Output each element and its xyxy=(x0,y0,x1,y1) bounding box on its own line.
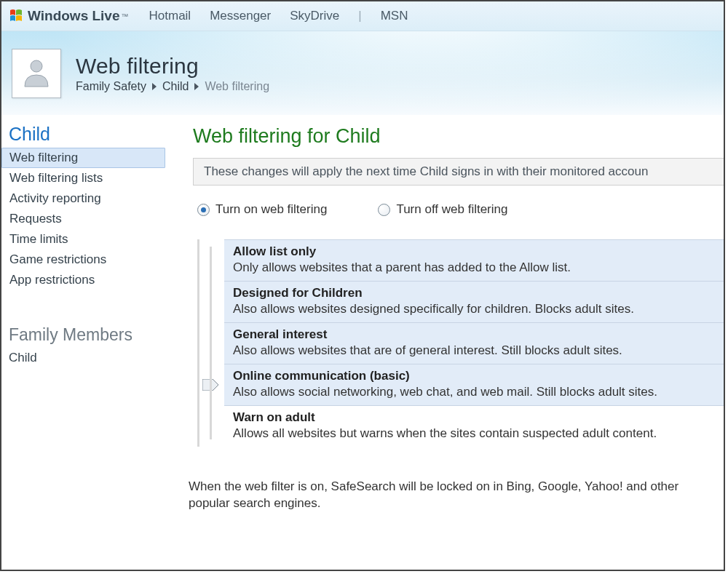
nav-separator: | xyxy=(358,9,361,23)
filter-toggle-group: Turn on web filtering Turn off web filte… xyxy=(197,202,724,218)
radio-turn-off[interactable]: Turn off web filtering xyxy=(378,202,507,218)
filter-level-option[interactable]: Allow list onlyOnly allows websites that… xyxy=(224,239,724,281)
body: Child Web filtering Web filtering lists … xyxy=(1,115,724,570)
radio-label: Turn on web filtering xyxy=(215,202,327,218)
sidebar-item-label: Activity reporting xyxy=(9,191,101,205)
filter-level-option[interactable]: Designed for ChildrenAlso allows website… xyxy=(224,281,724,322)
brand-label[interactable]: Windows Live xyxy=(28,8,120,24)
radio-icon xyxy=(378,204,390,216)
sidebar-item-label: App restrictions xyxy=(9,273,95,287)
breadcrumb: Family Safety Child Web filtering xyxy=(76,80,269,93)
filter-level-title: General interest xyxy=(233,327,715,342)
radio-icon xyxy=(197,204,210,216)
nav-link-skydrive[interactable]: SkyDrive xyxy=(290,9,339,23)
crumb-family-safety[interactable]: Family Safety xyxy=(76,80,146,93)
page-header: Web filtering Family Safety Child Web fi… xyxy=(1,31,724,115)
svg-marker-1 xyxy=(202,379,218,391)
filter-level-title: Online communication (basic) xyxy=(233,369,715,383)
notice-box: These changes will apply the next time C… xyxy=(193,158,724,186)
app-window: Windows Live ™ Hotmail Messenger SkyDriv… xyxy=(0,0,725,571)
filter-level-desc: Allows all websites but warns when the s… xyxy=(233,426,715,441)
safesearch-footnote: When the web filter is on, SafeSearch wi… xyxy=(189,479,724,512)
crumb-child[interactable]: Child xyxy=(162,80,189,93)
slider-scale xyxy=(199,239,224,447)
svg-point-0 xyxy=(31,60,42,72)
sidebar-heading[interactable]: Child xyxy=(1,124,165,148)
sidebar-item-label: Requests xyxy=(9,212,62,226)
sidebar-members-heading: Family Members xyxy=(1,325,165,348)
sidebar-item-activity-reporting[interactable]: Activity reporting xyxy=(1,188,165,209)
filter-levels-list: Allow list onlyOnly allows websites that… xyxy=(224,239,724,447)
sidebar-member-child[interactable]: Child xyxy=(1,348,165,368)
radio-label: Turn off web filtering xyxy=(396,202,507,218)
sidebar-item-label: Time limits xyxy=(9,232,68,246)
sidebar-item-game-restrictions[interactable]: Game restrictions xyxy=(1,250,165,270)
filter-level-slider[interactable]: Allow list onlyOnly allows websites that… xyxy=(197,239,724,447)
sidebar-item-label: Web filtering lists xyxy=(9,171,103,185)
filter-level-option[interactable]: General interestAlso allows websites tha… xyxy=(224,322,724,364)
sidebar-item-web-filtering[interactable]: Web filtering xyxy=(1,148,165,168)
nav-link-msn[interactable]: MSN xyxy=(381,9,408,23)
filter-level-title: Warn on adult xyxy=(233,410,715,425)
filter-level-option[interactable]: Warn on adultAllows all websites but war… xyxy=(224,405,724,447)
filter-level-title: Allow list only xyxy=(233,244,715,259)
top-nav: Windows Live ™ Hotmail Messenger SkyDriv… xyxy=(1,1,724,31)
sidebar-item-label: Game restrictions xyxy=(9,252,106,266)
nav-link-messenger[interactable]: Messenger xyxy=(210,9,271,23)
person-icon xyxy=(20,56,52,90)
chevron-right-icon xyxy=(194,83,199,90)
filter-level-desc: Only allows websites that a parent has a… xyxy=(233,260,715,275)
nav-link-hotmail[interactable]: Hotmail xyxy=(149,9,191,23)
filter-level-desc: Also allows social networking, web chat,… xyxy=(233,385,715,399)
page-title: Web filtering xyxy=(76,54,269,79)
sidebar: Child Web filtering Web filtering lists … xyxy=(1,115,165,570)
sidebar-item-requests[interactable]: Requests xyxy=(1,209,165,229)
radio-turn-on[interactable]: Turn on web filtering xyxy=(197,202,327,218)
filter-level-title: Designed for Children xyxy=(233,286,715,300)
filter-level-desc: Also allows websites that are of general… xyxy=(233,343,715,358)
avatar xyxy=(12,49,61,98)
sidebar-item-web-filtering-lists[interactable]: Web filtering lists xyxy=(1,168,165,188)
sidebar-item-label: Web filtering xyxy=(9,151,78,164)
filter-level-desc: Also allows websites designed specifical… xyxy=(233,302,715,316)
main-content: Web filtering for Child These changes wi… xyxy=(165,115,724,570)
chevron-right-icon xyxy=(152,83,157,90)
windows-live-flag-icon xyxy=(9,9,23,23)
brand-trademark: ™ xyxy=(122,12,129,20)
crumb-current: Web filtering xyxy=(205,80,269,93)
top-nav-links: Hotmail Messenger SkyDrive | MSN xyxy=(149,9,408,23)
sidebar-item-time-limits[interactable]: Time limits xyxy=(1,229,165,250)
filter-level-option[interactable]: Online communication (basic)Also allows … xyxy=(224,364,724,405)
slider-handle-icon[interactable] xyxy=(202,379,218,391)
sidebar-item-app-restrictions[interactable]: App restrictions xyxy=(1,270,165,290)
content-title: Web filtering for Child xyxy=(193,125,724,148)
